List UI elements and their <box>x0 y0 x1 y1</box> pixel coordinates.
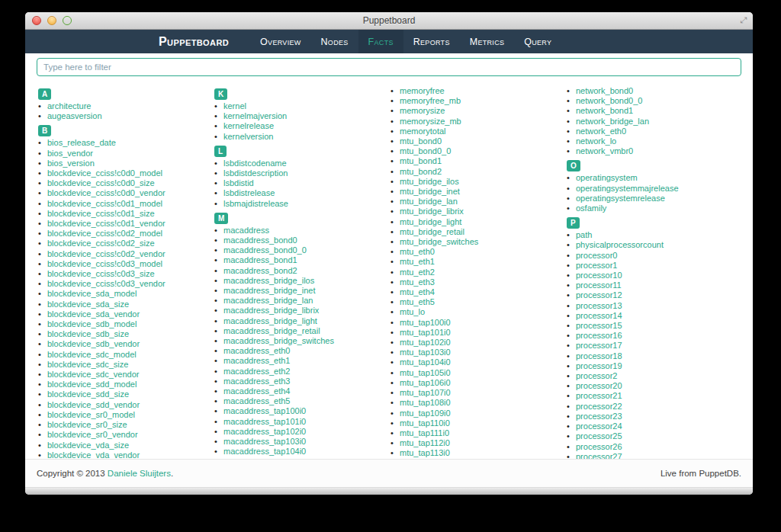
author-link[interactable]: Daniele Sluijters <box>108 469 171 478</box>
fact-link[interactable]: blockdevice_cciss!c0d2_vendor <box>47 249 166 258</box>
fact-link[interactable]: processor21 <box>576 391 622 400</box>
fact-link[interactable]: macaddress_eth5 <box>223 396 290 405</box>
fact-link[interactable]: processor13 <box>576 301 622 310</box>
fact-link[interactable]: blockdevice_sdd_size <box>47 389 129 399</box>
fact-link[interactable]: mtu_tap100i0 <box>400 318 451 327</box>
fact-link[interactable]: mtu_bridge_lan <box>400 197 458 206</box>
minimize-button[interactable] <box>47 16 56 25</box>
fact-link[interactable]: mtu_lo <box>400 307 425 316</box>
fact-link[interactable]: processor10 <box>576 271 622 280</box>
fact-link[interactable]: bios_release_date <box>47 138 116 147</box>
fact-link[interactable]: mtu_eth0 <box>400 247 435 256</box>
fact-link[interactable]: mtu_bridge_retail <box>400 227 464 236</box>
fact-link[interactable]: mtu_tap110i0 <box>400 418 450 428</box>
fact-link[interactable]: blockdevice_sda_model <box>47 289 137 298</box>
nav-item-facts[interactable]: Facts <box>358 30 403 53</box>
fact-link[interactable]: mtu_eth4 <box>400 287 435 296</box>
fact-link[interactable]: macaddress_bridge_retail <box>223 326 320 335</box>
fullscreen-icon[interactable]: ⤢ <box>740 15 747 25</box>
fact-link[interactable]: memorytotal <box>400 127 446 136</box>
fact-link[interactable]: mtu_tap107i0 <box>400 388 451 397</box>
nav-item-nodes[interactable]: Nodes <box>311 30 358 53</box>
close-button[interactable] <box>32 16 41 25</box>
fact-link[interactable]: blockdevice_sr0_vendor <box>47 430 138 439</box>
fact-link[interactable]: blockdevice_sdc_vendor <box>47 370 139 379</box>
fact-link[interactable]: path <box>576 230 592 239</box>
fact-link[interactable]: macaddress_eth4 <box>223 386 290 396</box>
fact-link[interactable]: blockdevice_vda_size <box>47 441 129 450</box>
fact-link[interactable]: network_vmbr0 <box>576 146 633 155</box>
fact-link[interactable]: processor16 <box>576 331 622 340</box>
fact-link[interactable]: macaddress <box>223 226 269 235</box>
fact-link[interactable]: macaddress_bridge_switches <box>223 336 334 345</box>
fact-link[interactable]: macaddress_bridge_ilos <box>223 276 314 285</box>
fact-link[interactable]: blockdevice_cciss!c0d0_vendor <box>47 188 166 197</box>
fact-link[interactable]: processor14 <box>576 311 622 320</box>
fact-link[interactable]: mtu_bridge_inet <box>400 187 460 196</box>
fact-link[interactable]: mtu_tap101i0 <box>400 328 451 337</box>
fact-link[interactable]: processor20 <box>576 381 622 390</box>
fact-link[interactable]: blockdevice_sdd_model <box>47 380 137 389</box>
fact-link[interactable]: kernel <box>223 101 246 111</box>
fact-link[interactable]: mtu_bridge_switches <box>400 237 478 246</box>
fact-link[interactable]: mtu_tap108i0 <box>400 398 451 407</box>
fact-link[interactable]: mtu_bridge_ilos <box>400 177 459 186</box>
fact-link[interactable]: network_bond0_0 <box>576 96 642 105</box>
fact-link[interactable]: macaddress_tap102i0 <box>223 427 306 436</box>
fact-link[interactable]: mtu_eth5 <box>400 297 435 306</box>
fact-link[interactable]: mtu_eth1 <box>400 257 435 266</box>
fact-link[interactable]: blockdevice_sda_vendor <box>47 309 140 319</box>
fact-link[interactable]: physicalprocessorcount <box>576 240 664 249</box>
fact-link[interactable]: macaddress_bond2 <box>223 266 297 275</box>
fact-link[interactable]: processor24 <box>576 421 622 431</box>
fact-link[interactable]: processor1 <box>576 261 617 270</box>
fact-link[interactable]: mtu_eth2 <box>400 268 435 277</box>
fact-link[interactable]: lsbdistcodename <box>223 159 287 168</box>
fact-link[interactable]: lsbmajdistrelease <box>223 199 288 208</box>
fact-link[interactable]: processor0 <box>576 251 617 260</box>
filter-input[interactable] <box>37 58 741 76</box>
fact-link[interactable]: mtu_tap102i0 <box>400 338 451 347</box>
fact-link[interactable]: processor11 <box>576 280 622 290</box>
fact-link[interactable]: blockdevice_cciss!c0d3_vendor <box>47 279 166 288</box>
fact-link[interactable]: mtu_tap109i0 <box>400 409 451 418</box>
fact-link[interactable]: operatingsystem <box>576 173 638 182</box>
nav-item-metrics[interactable]: Metrics <box>460 30 515 53</box>
fact-link[interactable]: processor12 <box>576 290 622 300</box>
fact-link[interactable]: blockdevice_cciss!c0d2_size <box>47 239 155 248</box>
fact-link[interactable]: processor15 <box>576 321 622 330</box>
fact-link[interactable]: macaddress_bond0 <box>223 236 297 245</box>
fact-link[interactable]: macaddress_tap103i0 <box>223 437 306 446</box>
fact-link[interactable]: mtu_bridge_librix <box>400 207 464 216</box>
fact-link[interactable]: blockdevice_sdc_size <box>47 360 128 369</box>
fact-link[interactable]: memorysize_mb <box>400 117 461 126</box>
fact-link[interactable]: blockdevice_sr0_size <box>47 420 127 429</box>
fact-link[interactable]: blockdevice_cciss!c0d1_vendor <box>47 219 166 228</box>
fact-link[interactable]: macaddress_bridge_light <box>223 316 317 325</box>
fact-link[interactable]: macaddress_tap100i0 <box>223 406 306 415</box>
fact-link[interactable]: macaddress_bridge_lan <box>223 296 313 305</box>
fact-link[interactable]: macaddress_eth2 <box>223 367 290 376</box>
nav-item-query[interactable]: Query <box>514 30 561 53</box>
fact-link[interactable]: processor27 <box>576 452 622 459</box>
fact-link[interactable]: lsbdistid <box>223 178 254 187</box>
fact-link[interactable]: blockdevice_vda_vendor <box>47 450 140 459</box>
fact-link[interactable]: bios_vendor <box>47 149 93 158</box>
fact-link[interactable]: augeasversion <box>47 111 102 120</box>
fact-link[interactable]: blockdevice_sdb_model <box>47 319 137 328</box>
fact-link[interactable]: macaddress_tap105i0 <box>223 457 306 460</box>
fact-link[interactable]: mtu_eth3 <box>400 277 435 287</box>
fact-link[interactable]: mtu_tap111i0 <box>400 428 449 437</box>
fact-link[interactable]: mtu_bond2 <box>400 167 442 176</box>
fact-link[interactable]: blockdevice_cciss!c0d2_model <box>47 229 162 238</box>
fact-link[interactable]: kernelversion <box>223 132 273 141</box>
fact-link[interactable]: mtu_bond0 <box>400 136 442 146</box>
fact-link[interactable]: network_lo <box>576 136 616 146</box>
fact-link[interactable]: bios_version <box>47 159 95 168</box>
fact-link[interactable]: blockdevice_sdb_vendor <box>47 339 140 348</box>
fact-link[interactable]: operatingsystemmajrelease <box>576 184 679 193</box>
fact-link[interactable]: macaddress_tap101i0 <box>223 417 306 426</box>
fact-link[interactable]: blockdevice_cciss!c0d3_size <box>47 269 155 278</box>
fact-link[interactable]: operatingsystemrelease <box>576 194 665 203</box>
nav-item-overview[interactable]: Overview <box>250 30 310 53</box>
